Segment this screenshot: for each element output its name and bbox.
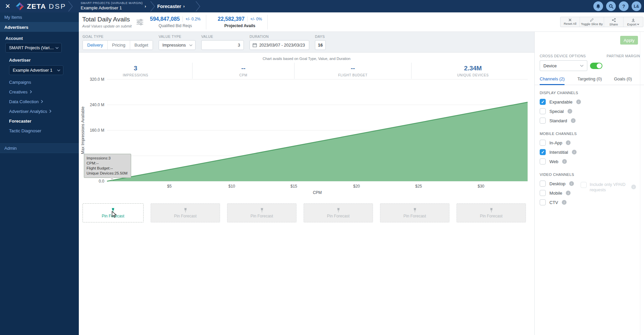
cross-device-label: CROSS DEVICE OPTIONS <box>540 54 586 58</box>
notifications-button[interactable] <box>593 1 603 11</box>
pin-forecast-row: Pin Forecast Pin Forecast Pin Forecast P… <box>83 203 526 222</box>
goal-type-delivery[interactable]: Delivery <box>83 41 108 50</box>
days-value: 16 <box>318 43 323 48</box>
goal-type-budget[interactable]: Budget <box>130 41 153 50</box>
avatar[interactable]: L& <box>632 1 641 11</box>
value-input[interactable] <box>201 40 244 50</box>
admin-label: Admin <box>4 146 17 151</box>
sidebar-item-forecaster[interactable]: Forecaster <box>9 118 79 124</box>
share-button[interactable]: Share <box>604 17 624 27</box>
pin-forecast-slot-4[interactable]: Pin Forecast <box>304 203 373 222</box>
sidebar-item-campaigns[interactable]: Campaigns <box>9 79 79 85</box>
tab-targeting[interactable]: Targeting (0) <box>577 75 602 85</box>
search-icon <box>609 4 613 9</box>
info-icon[interactable]: i <box>562 200 567 205</box>
checkbox-expandable[interactable] <box>540 99 546 105</box>
sidebar: My Items Advertisers Account SMART Proje… <box>0 12 79 335</box>
stat-value: 2.34M <box>464 65 482 72</box>
checkbox-mobile[interactable] <box>540 190 546 196</box>
info-icon[interactable]: i <box>631 185 636 189</box>
checkbox-ctv[interactable] <box>540 199 546 205</box>
segment-label: Delivery <box>87 43 103 48</box>
info-icon[interactable]: i <box>569 181 574 186</box>
page-title: Total Daily Avails <box>82 16 133 23</box>
x-icon <box>569 18 572 21</box>
checkbox-vpaid[interactable] <box>581 182 587 188</box>
channel-label: Interstitial <box>549 150 568 155</box>
value-type-select[interactable]: Impressions <box>159 40 196 50</box>
apply-button[interactable]: Apply <box>620 36 638 45</box>
days-value-box[interactable]: 16 <box>315 40 326 50</box>
account-select[interactable]: SMART Projects (Variable Margin) <box>5 43 62 53</box>
forecast-chart-section: Chart avails based on Goal Type, Value, … <box>79 53 534 335</box>
checkbox-in-app[interactable] <box>540 140 546 146</box>
checkbox-standard[interactable] <box>540 118 546 124</box>
qualified-value: 594,847,085 <box>150 16 180 22</box>
pin-forecast-slot-5[interactable]: Pin Forecast <box>380 203 449 222</box>
reset-all-button[interactable]: Reset All <box>560 17 580 27</box>
search-button[interactable] <box>606 1 616 11</box>
checkbox-special[interactable] <box>540 108 546 114</box>
pin-forecast-slot-2[interactable]: Pin Forecast <box>151 203 220 222</box>
advertiser-select[interactable]: Example Advertiser 1 <box>9 65 63 75</box>
info-icon[interactable]: i <box>566 140 571 145</box>
avatar-initials: L& <box>634 4 639 9</box>
top-nav: ✕ ZETA DSP SMART PROJECTS (VARIABLE MARG… <box>0 0 644 12</box>
section-title: VIDEO CHANNELS <box>540 173 640 177</box>
mobile-channels-section: MOBILE CHANNELS In-App i Interstitial i … <box>540 132 640 164</box>
sliders-icon[interactable] <box>136 19 144 25</box>
goal-type-pricing[interactable]: Pricing <box>108 41 130 50</box>
checkbox-interstitial[interactable] <box>540 149 546 155</box>
svg-text:320.0 M: 320.0 M <box>90 77 104 82</box>
export-button[interactable]: Export <box>624 17 643 27</box>
checkbox-desktop[interactable] <box>540 181 546 187</box>
toggle-slice-by-button[interactable]: Toggle Slice By <box>580 17 604 27</box>
tab-label: Targeting (0) <box>577 76 602 81</box>
tab-goals[interactable]: Goals (0) <box>614 75 632 85</box>
tab-channels[interactable]: Channels (2) <box>540 75 565 85</box>
sidebar-item-advertisers[interactable]: Advertisers <box>0 22 79 32</box>
breadcrumb-account: SMART PROJECTS (VARIABLE MARGIN) <box>80 2 143 5</box>
sidebar-item-data-collection[interactable]: Data Collection <box>9 99 79 104</box>
sidebar-item-tactic-diagnoser[interactable]: Tactic Diagnoser <box>9 128 79 133</box>
filter-bar: GOAL TYPE Delivery Pricing Budget VALUE … <box>79 32 534 53</box>
sidebar-item-my-items[interactable]: My Items <box>0 12 79 22</box>
info-icon[interactable]: i <box>572 150 577 154</box>
partner-margin-toggle[interactable] <box>590 63 602 69</box>
pin-forecast-slot-3[interactable]: Pin Forecast <box>227 203 297 222</box>
breadcrumb-advertiser: Example Advertiser 1 <box>80 6 143 10</box>
duration-group: DURATION 2023/03/07 - 2023/03/23 <box>250 35 309 52</box>
pin-icon <box>413 208 417 213</box>
svg-text:Max Impressions Available: Max Impressions Available <box>80 107 85 154</box>
channel-row-standard: Standard i <box>540 118 640 124</box>
duration-label: DURATION <box>250 35 309 39</box>
tab-label: Goals (0) <box>614 76 632 81</box>
breadcrumb[interactable]: SMART PROJECTS (VARIABLE MARGIN) Example… <box>80 2 143 10</box>
close-icon[interactable]: ✕ <box>4 3 11 10</box>
pin-forecast-slot-6[interactable]: Pin Forecast <box>457 203 526 222</box>
sidebar-item-advertiser-analytics[interactable]: Advertiser Analytics <box>9 109 79 114</box>
qualified-label: Qualified Bid Reqs <box>159 23 192 28</box>
goal-type-segmented: Delivery Pricing Budget <box>83 40 153 50</box>
info-icon[interactable]: i <box>576 99 581 104</box>
sidebar-item-creatives[interactable]: Creatives <box>9 89 79 94</box>
channel-label: Web <box>549 159 558 164</box>
account-select-value: SMART Projects (Variable Margin) <box>9 46 55 50</box>
info-icon[interactable]: i <box>568 109 572 114</box>
svg-text:$20: $20 <box>353 184 360 189</box>
help-button[interactable]: ? <box>619 1 629 11</box>
cross-device-select[interactable]: Device <box>540 60 587 71</box>
info-icon[interactable]: i <box>562 159 567 164</box>
info-icon[interactable]: i <box>566 191 571 195</box>
breadcrumb-chevron-icon <box>150 1 155 12</box>
duration-picker[interactable]: 2023/03/07 - 2023/03/23 <box>250 40 309 50</box>
breadcrumb-page[interactable]: Forecaster <box>157 4 181 9</box>
divider <box>247 16 248 22</box>
checkbox-web[interactable] <box>540 158 546 164</box>
advertiser-select-value: Example Advertiser 1 <box>13 68 57 73</box>
days-group: DAYS 16 <box>315 35 326 52</box>
chevron-right-icon: › <box>183 4 184 9</box>
channel-label: Standard <box>549 118 567 123</box>
info-icon[interactable]: i <box>571 118 576 123</box>
sidebar-item-admin[interactable]: Admin <box>0 143 79 153</box>
